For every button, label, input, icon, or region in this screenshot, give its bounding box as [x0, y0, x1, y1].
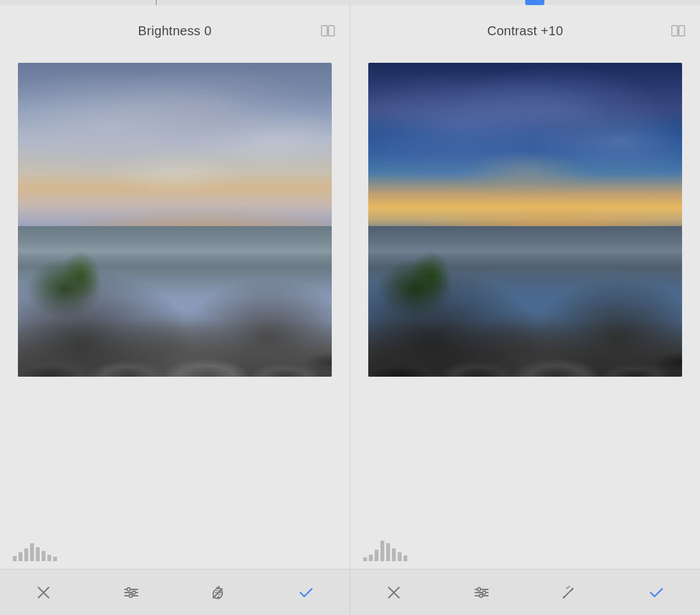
right-hist-bar-1: [363, 557, 367, 561]
left-image-container: [0, 56, 350, 527]
svg-line-32: [564, 596, 565, 598]
right-image-container: [350, 56, 700, 527]
svg-rect-4: [679, 26, 685, 36]
right-hist-bar-6: [392, 548, 396, 561]
svg-line-19: [218, 586, 219, 587]
right-panel: Contrast +10: [350, 5, 700, 569]
svg-point-13: [129, 594, 132, 597]
svg-line-35: [567, 587, 567, 589]
right-hist-bar-7: [398, 552, 402, 561]
right-toolbar: [350, 569, 700, 615]
left-hist-bar-5: [36, 547, 40, 561]
svg-line-18: [213, 596, 215, 598]
svg-rect-1: [329, 26, 334, 36]
left-hist-bar-3: [24, 548, 28, 561]
right-cancel-button[interactable]: [375, 578, 413, 607]
left-hist-bar-1: [13, 556, 17, 561]
top-bar: [0, 0, 700, 5]
left-hist-bar-2: [19, 552, 22, 561]
svg-line-33: [569, 586, 569, 587]
svg-line-22: [220, 591, 221, 591]
left-cancel-button[interactable]: [24, 578, 63, 607]
right-hist-bar-4: [380, 541, 384, 561]
right-histogram-area: [350, 527, 700, 569]
right-confirm-button[interactable]: [637, 578, 676, 607]
left-landscape-image: [18, 63, 332, 377]
right-hist-bar-3: [375, 550, 378, 561]
left-panel: Brightness 0: [0, 5, 350, 569]
svg-rect-0: [322, 26, 327, 36]
right-adjust-button[interactable]: [462, 578, 501, 607]
right-auto-button[interactable]: [549, 578, 588, 607]
panels-container: Brightness 0: [0, 5, 700, 569]
svg-point-30: [479, 594, 482, 597]
left-panel-title: Brightness 0: [138, 24, 212, 38]
svg-point-12: [132, 591, 135, 594]
right-blue-indicator: [525, 0, 544, 5]
left-confirm-button[interactable]: [287, 578, 325, 607]
left-adjust-button[interactable]: [112, 578, 151, 607]
svg-point-37: [572, 587, 574, 589]
right-landscape-image: [368, 63, 682, 377]
left-indicator: [156, 0, 157, 5]
left-panel-header: Brightness 0: [0, 5, 350, 56]
left-histogram-icon: [13, 543, 57, 561]
right-compare-icon[interactable]: [669, 22, 687, 40]
svg-point-28: [477, 587, 480, 591]
left-compare-icon[interactable]: [319, 22, 337, 40]
right-panel-title: Contrast +10: [487, 24, 564, 38]
right-histogram-icon: [363, 541, 407, 561]
svg-line-36: [570, 591, 571, 591]
left-image-wrapper: [18, 63, 332, 377]
right-hist-bar-8: [403, 555, 407, 561]
right-hist-bar-2: [369, 555, 373, 561]
left-hist-bar-7: [47, 555, 51, 561]
left-toolbar: [0, 569, 350, 615]
right-hist-bar-5: [386, 543, 390, 561]
left-hist-bar-8: [53, 557, 57, 561]
left-auto-button[interactable]: [199, 578, 238, 607]
left-histogram-area: [0, 527, 350, 569]
right-panel-header: Contrast +10: [350, 5, 700, 56]
right-image-wrapper: [368, 63, 682, 377]
svg-point-11: [127, 587, 130, 591]
svg-line-20: [221, 589, 222, 590]
svg-rect-3: [672, 26, 678, 36]
left-hist-bar-6: [42, 551, 45, 561]
bottom-toolbars: [0, 569, 700, 615]
svg-point-29: [482, 591, 485, 594]
left-hist-bar-4: [30, 543, 34, 561]
svg-line-21: [216, 587, 217, 589]
